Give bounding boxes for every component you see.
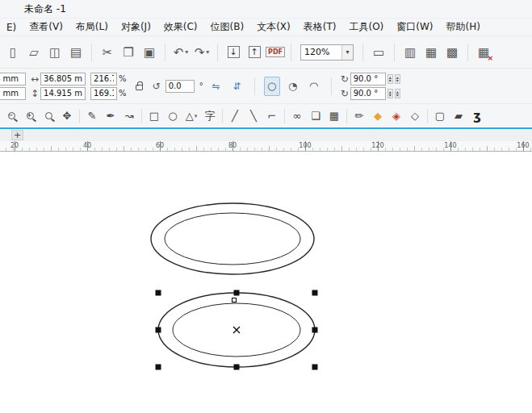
paste-button[interactable]: ▣ bbox=[140, 42, 159, 63]
export-button[interactable]: ↑ bbox=[245, 42, 264, 63]
selection-handle[interactable] bbox=[156, 327, 161, 333]
new-document-button[interactable]: ▯ bbox=[3, 42, 23, 63]
text-tool-button[interactable]: 字 bbox=[201, 106, 219, 126]
livesketch-tool-button[interactable]: ʒ bbox=[468, 106, 486, 126]
redo-button[interactable]: ↷▾ bbox=[192, 42, 212, 63]
arc-mode-button[interactable]: ◠ bbox=[306, 77, 322, 96]
import-button[interactable]: ↓ bbox=[224, 42, 243, 63]
end-angle-spinner[interactable]: ▴▾ bbox=[387, 89, 393, 98]
show-rulers-button[interactable]: ▥ bbox=[400, 42, 420, 63]
selection-handle[interactable] bbox=[234, 290, 240, 296]
selection-handle[interactable] bbox=[156, 290, 161, 296]
show-grid-button[interactable]: ▦ bbox=[421, 42, 441, 63]
ellipse-top-inner[interactable] bbox=[165, 213, 300, 265]
zoom-level-select[interactable]: 120% ▾ bbox=[300, 44, 354, 60]
open-button[interactable]: ▱ bbox=[24, 42, 44, 63]
selection-handle[interactable] bbox=[156, 365, 161, 370]
zoom-in-tool-button[interactable]: + bbox=[21, 106, 39, 126]
bezier-tool-button[interactable]: ╲ bbox=[245, 106, 262, 126]
object-width-field[interactable] bbox=[40, 73, 86, 86]
copy-button[interactable]: ❐ bbox=[119, 42, 138, 63]
rectangle-tool-button[interactable]: □ bbox=[145, 106, 163, 126]
drop-shadow-tool-button[interactable]: ❏ bbox=[307, 106, 325, 126]
show-guidelines-button[interactable]: ▩ bbox=[442, 42, 462, 63]
transparency-tool-button[interactable]: ▦ bbox=[325, 106, 343, 126]
polygon-tool-button[interactable]: △▾ bbox=[182, 106, 200, 126]
selection-handle[interactable] bbox=[312, 327, 318, 333]
blend-tool-button[interactable]: ∞ bbox=[288, 106, 306, 126]
eraser-tool-button[interactable]: ▰ bbox=[450, 106, 467, 126]
artistic-media-tool-button[interactable]: ✒ bbox=[102, 106, 119, 126]
end-angle-spinner-2[interactable]: ▴▾ bbox=[395, 89, 400, 98]
selection-center-mark[interactable] bbox=[233, 327, 240, 333]
line-tool-button[interactable]: ╱ bbox=[226, 106, 244, 126]
selection-handle[interactable] bbox=[234, 365, 240, 370]
smart-drawing-tool-icon: ↝ bbox=[125, 110, 134, 122]
drawing-svg[interactable] bbox=[0, 152, 532, 413]
cut-button[interactable]: ✂ bbox=[98, 42, 117, 63]
menu-view[interactable]: 查看(V) bbox=[23, 18, 69, 36]
outline-tool-button[interactable]: ◇ bbox=[406, 106, 424, 126]
cut-icon: ✂ bbox=[103, 45, 113, 60]
separator bbox=[346, 109, 347, 123]
freehand-tool-button[interactable]: ✎ bbox=[83, 106, 101, 126]
ellipse-top-outer[interactable] bbox=[151, 203, 314, 274]
selection-handle[interactable] bbox=[312, 365, 318, 370]
drawing-canvas[interactable] bbox=[0, 152, 532, 413]
selection-handle[interactable] bbox=[312, 290, 318, 296]
smart-fill-tool-button[interactable]: ◈ bbox=[387, 106, 405, 126]
mirror-horizontal-button[interactable]: ⇋ bbox=[208, 77, 224, 96]
polygon-tool-dropdown-icon[interactable]: ▾ bbox=[195, 113, 198, 119]
pdf-button[interactable]: PDF bbox=[266, 42, 285, 63]
interactive-fill-tool-button[interactable]: ◆ bbox=[369, 106, 387, 126]
ellipse-node[interactable] bbox=[232, 298, 237, 302]
scale-y-field[interactable] bbox=[90, 87, 117, 100]
add-page-button[interactable]: + bbox=[11, 130, 23, 140]
separator bbox=[141, 109, 142, 123]
menu-edit-clipped[interactable]: E) bbox=[0, 19, 23, 35]
menu-object[interactable]: 对象(J) bbox=[115, 18, 157, 36]
position-x-field[interactable] bbox=[0, 73, 26, 86]
livesketch-tool-icon: ʒ bbox=[473, 109, 481, 123]
menu-layout[interactable]: 布局(L) bbox=[69, 18, 115, 36]
menu-bitmaps[interactable]: 位图(B) bbox=[204, 18, 251, 36]
fullscreen-preview-button[interactable]: ▭ bbox=[369, 42, 388, 63]
color-eyedropper-tool-button[interactable]: ✏ bbox=[350, 106, 368, 126]
menu-window[interactable]: 窗口(W) bbox=[390, 18, 439, 36]
ellipse-mode-button[interactable]: ○ bbox=[264, 77, 280, 96]
zoom-out-tool-button[interactable]: − bbox=[2, 106, 20, 126]
start-angle-spinner-2[interactable]: ▴▾ bbox=[395, 74, 400, 84]
rotation-angle-field[interactable] bbox=[165, 80, 195, 93]
print-button[interactable]: ▤ bbox=[66, 42, 86, 63]
start-angle-field[interactable] bbox=[350, 73, 386, 86]
zoom-level-dropdown-icon[interactable]: ▾ bbox=[341, 45, 353, 60]
window-title: 未命名 -1 bbox=[24, 3, 66, 15]
scale-x-field[interactable] bbox=[90, 73, 117, 86]
undo-dropdown-icon[interactable]: ▾ bbox=[185, 48, 188, 56]
menu-effects[interactable]: 效果(C) bbox=[157, 18, 204, 36]
mirror-vertical-button[interactable]: ⇵ bbox=[229, 77, 245, 96]
ellipse-mode-icon: ○ bbox=[267, 80, 276, 92]
smart-drawing-tool-button[interactable]: ↝ bbox=[120, 106, 138, 126]
start-angle-spinner[interactable]: ▴▾ bbox=[387, 74, 393, 84]
menu-text[interactable]: 文本(X) bbox=[250, 18, 297, 36]
crop-tool-button[interactable]: ▢ bbox=[431, 106, 449, 126]
pie-mode-button[interactable]: ◔ bbox=[285, 77, 301, 96]
ellipse-tool-button[interactable]: ○ bbox=[164, 106, 182, 126]
menu-tools[interactable]: 工具(O) bbox=[342, 18, 390, 36]
horizontal-ruler[interactable]: 20406080100120140160 bbox=[0, 141, 532, 152]
save-button[interactable]: ◫ bbox=[45, 42, 65, 63]
redo-dropdown-icon[interactable]: ▾ bbox=[206, 48, 209, 56]
snap-off-button[interactable]: ▦× bbox=[474, 42, 493, 63]
object-height-field[interactable] bbox=[40, 87, 86, 100]
zoom-tool-button[interactable] bbox=[40, 106, 57, 126]
pan-tool-button[interactable]: ✥ bbox=[58, 106, 76, 126]
menu-help[interactable]: 帮助(H) bbox=[440, 18, 487, 36]
connector-tool-button[interactable]: ⌐ bbox=[263, 106, 281, 126]
undo-button[interactable]: ↶▾ bbox=[171, 42, 191, 63]
end-angle-field[interactable] bbox=[350, 87, 386, 100]
menu-table[interactable]: 表格(T) bbox=[297, 18, 343, 36]
ruler-label-20: 20 bbox=[10, 142, 19, 149]
lock-ratio-button[interactable] bbox=[132, 77, 148, 96]
position-y-field[interactable] bbox=[0, 87, 26, 100]
